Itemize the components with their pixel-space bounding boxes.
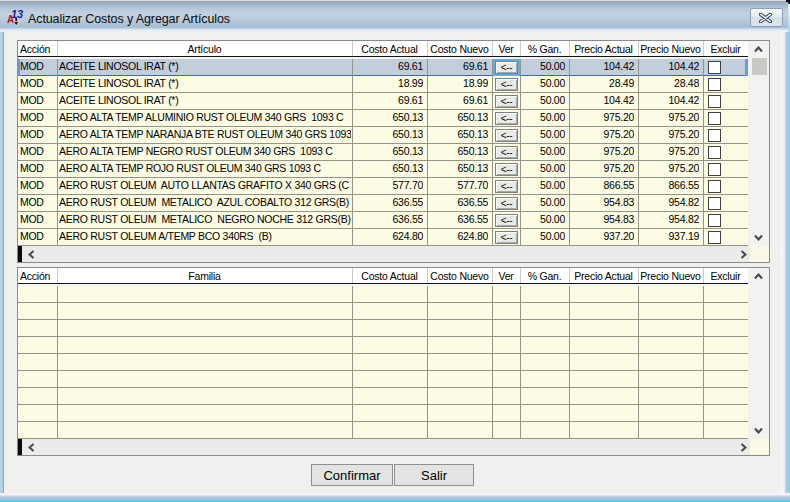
svg-text:A: A <box>7 14 14 25</box>
